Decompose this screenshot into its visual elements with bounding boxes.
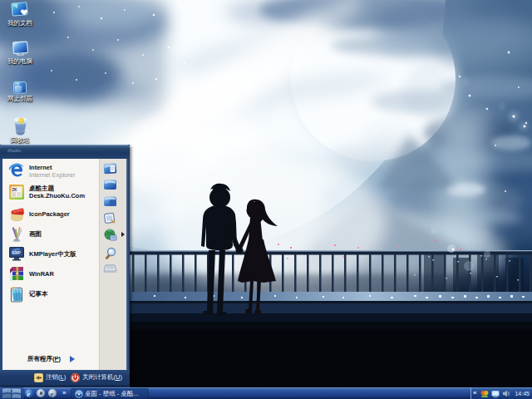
svg-text:KMP: KMP [12, 251, 21, 255]
svg-text:ZK: ZK [12, 188, 17, 192]
